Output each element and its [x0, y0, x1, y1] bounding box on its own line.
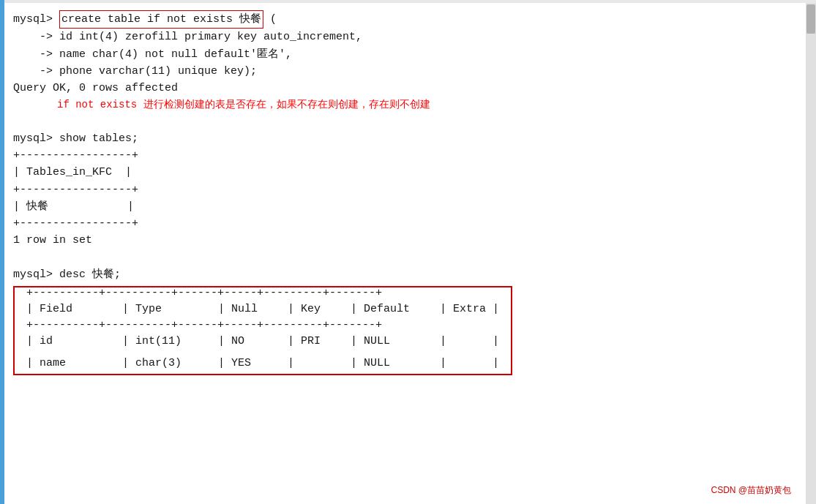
prompt-2: mysql>	[13, 130, 59, 147]
desc-cmd: desc 快餐;	[59, 266, 121, 283]
line-query-ok: Query OK, 0 rows affected	[13, 80, 797, 97]
continuation-name: -> name char(4) not null default'匿名',	[13, 46, 292, 63]
continuation-id: -> id int(4) zerofill primary key auto_i…	[13, 29, 362, 45]
terminal-output: mysql> create table if not exists 快餐 ( -…	[4, 3, 806, 504]
line-phone-field: -> phone varchar(11) unique key);	[13, 63, 797, 80]
prompt-3: mysql>	[13, 266, 59, 283]
cell-id-type: | int(11)	[111, 331, 206, 352]
scrollbar[interactable]	[806, 3, 816, 504]
col-default: | Default	[339, 298, 428, 320]
line-show-tables: mysql> show tables;	[13, 130, 797, 147]
col-type: | Type	[111, 298, 206, 320]
cell-id-field: | id	[15, 331, 111, 352]
line-name-field: -> name char(4) not null default'匿名',	[13, 46, 797, 63]
desc-row-id: | id | int(11) | NO | PRI | NULL | |	[15, 331, 511, 352]
col-key: | Key	[276, 298, 339, 320]
cell-name-type: | char(3)	[111, 353, 206, 374]
col-field: | Field	[15, 298, 111, 320]
line-1-row: 1 row in set	[13, 232, 797, 249]
query-ok-text: Query OK, 0 rows affected	[13, 80, 178, 97]
red-comment: if not exists 进行检测创建的表是否存在，如果不存在则创建，存在则不…	[13, 97, 797, 113]
show-tables-ascii: +-----------------+ | Tables_in_KFC | +-…	[13, 147, 797, 232]
watermark: CSDN @苗苗奶黄包	[711, 484, 791, 497]
desc-header-row: | Field | Type | Null | Key | Default | …	[15, 298, 511, 320]
cell-id-key: | PRI	[276, 331, 339, 352]
prompt-1: mysql>	[13, 11, 59, 28]
col-null: | Null	[206, 298, 276, 320]
cell-id-default: | NULL	[339, 331, 428, 352]
row-count-text: 1 row in set	[13, 232, 92, 249]
cell-name-extra: | |	[428, 353, 511, 374]
desc-table: +----------+----------+------+-----+----…	[15, 287, 511, 374]
cell-name-default: | NULL	[339, 353, 428, 374]
line-create-table: mysql> create table if not exists 快餐 (	[13, 10, 797, 29]
blank-line-1	[13, 113, 797, 130]
show-tables-cmd: show tables;	[59, 130, 138, 147]
line-id-field: -> id int(4) zerofill primary key auto_i…	[13, 29, 797, 45]
create-table-cmd: create table if not exists 快餐	[59, 10, 263, 29]
col-extra: | Extra |	[428, 298, 511, 320]
cell-name-key: |	[276, 353, 339, 374]
paren-open: (	[263, 11, 277, 28]
continuation-phone: -> phone varchar(11) unique key);	[13, 63, 257, 80]
desc-sep-1: +----------+----------+------+-----+----…	[15, 287, 511, 298]
blank-line-2	[13, 249, 797, 266]
cell-name-null: | YES	[206, 353, 276, 374]
desc-row-name: | name | char(3) | YES | | NULL | |	[15, 353, 511, 374]
desc-sep-2-cell: +----------+----------+------+-----+----…	[15, 320, 511, 331]
desc-sep-2: +----------+----------+------+-----+----…	[15, 320, 511, 331]
desc-table-wrapper: +----------+----------+------+-----+----…	[13, 286, 512, 375]
cell-id-extra: | |	[428, 331, 511, 352]
desc-sep-1-cell: +----------+----------+------+-----+----…	[15, 287, 511, 298]
cell-name-field: | name	[15, 353, 111, 374]
line-desc: mysql> desc 快餐;	[13, 266, 797, 283]
scrollbar-thumb[interactable]	[806, 4, 815, 34]
cell-id-null: | NO	[206, 331, 276, 352]
